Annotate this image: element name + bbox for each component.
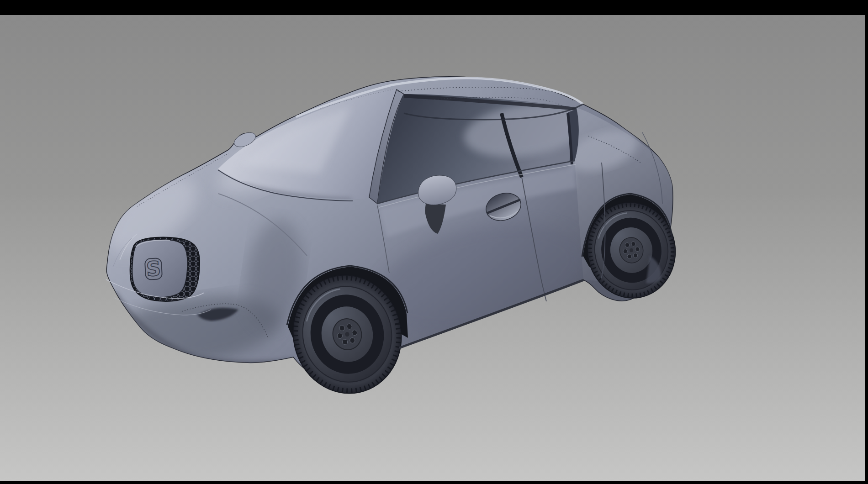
- front-grille: S: [130, 237, 200, 302]
- seat-emblem-letter: S: [146, 257, 161, 281]
- car-model: S: [93, 77, 683, 404]
- top-bar: [0, 0, 868, 15]
- frame-right: [865, 0, 868, 484]
- frame-bottom: [0, 481, 868, 484]
- application-window: S: [0, 0, 868, 484]
- car-render: S: [0, 0, 868, 484]
